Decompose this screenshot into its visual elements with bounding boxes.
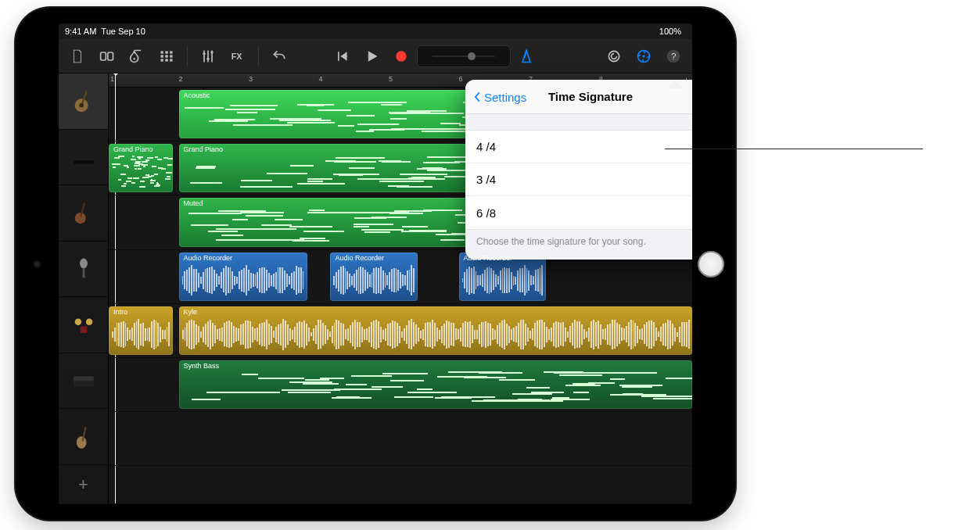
svg-point-42 xyxy=(76,436,86,449)
region-label: Synth Bass xyxy=(184,362,220,370)
home-button[interactable] xyxy=(698,251,724,278)
svg-rect-7 xyxy=(161,51,163,53)
svg-text:FX: FX xyxy=(232,52,243,61)
waveform xyxy=(462,263,544,298)
region-label: Muted xyxy=(184,199,203,207)
help-button[interactable]: ? xyxy=(659,42,687,70)
app-toolbar: FX xyxy=(59,39,692,73)
ruler-mark: 5 xyxy=(389,75,393,83)
lcd-display[interactable] xyxy=(417,45,511,67)
region[interactable]: Grand Piano xyxy=(109,144,173,192)
svg-rect-41 xyxy=(74,377,94,381)
rewind-button[interactable] xyxy=(328,42,356,70)
track-header-guitar[interactable] xyxy=(59,73,108,130)
region-label: Audio Recorder xyxy=(464,254,513,262)
region-label: Grand Piano xyxy=(184,145,224,153)
add-track-button[interactable]: + xyxy=(59,465,108,504)
svg-rect-14 xyxy=(165,59,167,61)
midi-content xyxy=(182,371,689,406)
svg-point-33 xyxy=(74,213,85,224)
loop-browser-button[interactable] xyxy=(600,42,628,70)
svg-point-24 xyxy=(608,51,619,61)
svg-rect-12 xyxy=(170,55,172,57)
tracks-view-button[interactable] xyxy=(153,42,181,70)
time-signature-popover: Settings Time Signature 4 /4 ✓ 3 /4 6 /8… xyxy=(465,80,692,260)
mandolin-icon xyxy=(70,424,97,450)
region-label: Acoustic xyxy=(184,91,210,99)
battery-pct: 100% xyxy=(659,27,681,36)
region-label: Audio Recorder xyxy=(335,254,384,262)
svg-point-16 xyxy=(203,52,205,55)
front-camera xyxy=(34,261,40,267)
waveform xyxy=(112,317,170,352)
option-label: 4 /4 xyxy=(476,140,496,153)
piano-icon xyxy=(70,144,97,170)
region-label: Intro xyxy=(113,308,127,316)
browser-button[interactable] xyxy=(93,42,121,70)
lane-empty[interactable] xyxy=(109,466,692,504)
svg-rect-39 xyxy=(80,326,87,333)
record-button[interactable] xyxy=(387,42,415,70)
option-label: 3 /4 xyxy=(476,173,496,186)
waveform xyxy=(333,263,415,298)
lane-synth[interactable]: Synth Bass xyxy=(109,358,692,412)
time-signature-option[interactable]: 6 /8 xyxy=(465,196,692,229)
callout-leader-line xyxy=(665,149,923,149)
svg-point-37 xyxy=(74,318,81,325)
keyboard-icon xyxy=(70,367,97,394)
chevron-left-icon xyxy=(472,91,483,102)
instrument-button[interactable] xyxy=(123,42,151,70)
track-headers: + xyxy=(59,73,109,504)
status-date: Tue Sep 10 xyxy=(101,27,145,36)
region[interactable]: Synth Bass xyxy=(179,360,692,409)
metronome-button[interactable] xyxy=(512,42,540,70)
svg-rect-32 xyxy=(74,160,94,163)
bass-icon xyxy=(70,199,97,226)
waveform xyxy=(182,263,304,298)
status-bar: 9:41 AM Tue Sep 10 100% xyxy=(59,23,692,39)
undo-button[interactable] xyxy=(265,42,293,70)
svg-point-26 xyxy=(642,55,644,57)
svg-point-20 xyxy=(396,51,406,61)
separator xyxy=(258,46,259,66)
play-button[interactable] xyxy=(357,42,386,70)
region[interactable]: Audio Recorder xyxy=(330,252,418,301)
svg-rect-9 xyxy=(170,51,172,53)
lane-drums[interactable]: Intro Kyle xyxy=(109,304,692,358)
ipad-frame: 9:41 AM Tue Sep 10 100% xyxy=(16,8,735,520)
my-songs-button[interactable] xyxy=(63,42,92,70)
plus-icon: + xyxy=(78,474,88,495)
fx-button[interactable]: FX xyxy=(224,42,252,70)
separator xyxy=(187,46,188,66)
region[interactable]: Kyle xyxy=(179,306,692,355)
region-label: Grand Piano xyxy=(113,145,153,153)
mixer-button[interactable] xyxy=(194,42,222,70)
track-header-bass[interactable] xyxy=(59,185,108,242)
svg-point-5 xyxy=(133,58,135,60)
svg-rect-15 xyxy=(170,59,172,61)
track-header-drums[interactable] xyxy=(59,297,108,353)
time-signature-option[interactable]: 4 /4 ✓ xyxy=(465,131,692,163)
track-header-synth[interactable] xyxy=(59,353,108,410)
svg-rect-36 xyxy=(82,268,84,278)
region-label: Audio Recorder xyxy=(184,254,233,262)
track-header-mandolin[interactable] xyxy=(59,409,108,465)
svg-point-22 xyxy=(468,52,476,60)
ruler-mark: 4 xyxy=(319,75,323,83)
ruler-mark: 2 xyxy=(179,75,183,83)
svg-text:?: ? xyxy=(671,51,677,61)
settings-button[interactable] xyxy=(630,42,658,70)
popover-back-button[interactable]: Settings xyxy=(472,80,526,114)
region[interactable]: Intro xyxy=(109,306,173,355)
popover-spacer xyxy=(465,114,692,130)
region-label: Kyle xyxy=(184,308,198,316)
time-signature-option[interactable]: 3 /4 xyxy=(465,163,692,196)
track-header-mic[interactable] xyxy=(59,242,108,298)
svg-rect-10 xyxy=(161,55,163,57)
svg-rect-8 xyxy=(165,51,167,53)
svg-point-18 xyxy=(210,51,213,53)
popover-back-label: Settings xyxy=(484,91,526,104)
track-header-piano[interactable] xyxy=(59,130,108,186)
region[interactable]: Audio Recorder xyxy=(179,252,307,301)
lane-mandolin[interactable] xyxy=(109,412,692,466)
